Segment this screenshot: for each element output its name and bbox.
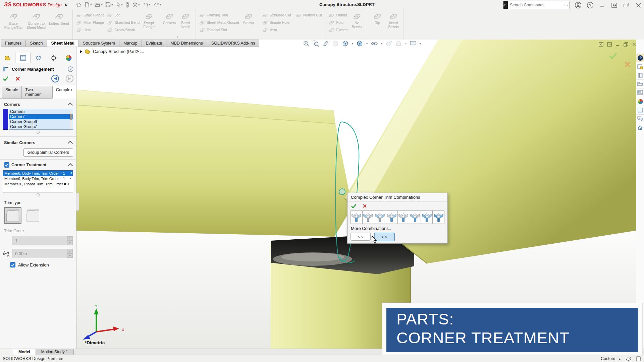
view-orientation-caret-icon[interactable]: ▾ bbox=[352, 42, 353, 45]
dialog-cancel-button[interactable] bbox=[363, 204, 367, 208]
dialog-ok-button[interactable] bbox=[351, 204, 357, 208]
feature-manager-tab[interactable] bbox=[0, 53, 15, 63]
forming-tool-button[interactable]: Forming Tool bbox=[198, 11, 240, 18]
spin-up-icon[interactable]: ▲ bbox=[67, 249, 73, 253]
dimxpert-manager-tab[interactable] bbox=[46, 53, 61, 63]
logo-flyout-arrow-icon[interactable]: ▶ bbox=[65, 3, 68, 7]
stamp-button[interactable]: Stamp bbox=[241, 10, 256, 25]
tab-sheet-metal[interactable]: Sheet Metal bbox=[47, 40, 78, 47]
panel-splitter-handle[interactable] bbox=[76, 193, 79, 211]
cross-break-button[interactable]: Cross-Break bbox=[106, 26, 141, 33]
close-button[interactable] bbox=[635, 1, 642, 9]
search-commands-box[interactable]: >_ ▾ bbox=[503, 1, 570, 9]
spin-up-icon[interactable]: ▲ bbox=[67, 236, 73, 241]
minimize-button[interactable] bbox=[598, 1, 606, 9]
display-state-label[interactable]: Custom bbox=[601, 356, 615, 361]
list-item[interactable]: Corner Group6 bbox=[9, 119, 73, 124]
corner-treatment-section-header[interactable]: Corner Treatment bbox=[0, 160, 76, 170]
member-row[interactable]: Member20, Planar Trim, Trim Order = 1 bbox=[3, 181, 73, 187]
previous-window-icon[interactable] bbox=[599, 42, 603, 47]
next-window-icon[interactable] bbox=[607, 42, 612, 47]
section-view-icon[interactable] bbox=[332, 40, 339, 47]
unfold-button[interactable]: Unfold bbox=[328, 11, 348, 18]
back-button[interactable] bbox=[51, 75, 59, 82]
tab-evaluate[interactable]: Evaluate bbox=[142, 40, 166, 47]
display-style-caret-icon[interactable]: ▾ bbox=[366, 42, 368, 45]
extruded-cut-button[interactable]: Extruded Cut bbox=[261, 11, 292, 18]
taskpane-file-explorer-icon[interactable] bbox=[636, 80, 644, 88]
taskpane-design-library-icon[interactable] bbox=[636, 71, 644, 80]
tab-mbd-dimensions[interactable]: MBD Dimensions bbox=[166, 40, 207, 47]
tab-sketch[interactable]: Sketch bbox=[25, 40, 47, 47]
body-trim-button[interactable] bbox=[4, 207, 21, 224]
display-style-icon[interactable] bbox=[356, 40, 363, 47]
corners-button[interactable]: Corners bbox=[162, 10, 177, 25]
taskpane-view-palette-icon[interactable] bbox=[636, 88, 644, 97]
spin-down-icon[interactable]: ▼ bbox=[67, 253, 73, 258]
edit-appearance-icon[interactable] bbox=[385, 40, 392, 47]
select-button[interactable]: ▾ bbox=[115, 1, 124, 8]
taskpane-appearances-icon[interactable] bbox=[636, 97, 644, 106]
help-icon[interactable]: ? bbox=[68, 66, 73, 72]
taskpane-home-icon[interactable] bbox=[636, 123, 644, 132]
configuration-manager-tab[interactable] bbox=[31, 53, 46, 63]
convert-to-sheet-metal-button[interactable]: Convert to Sheet Metal bbox=[25, 10, 47, 29]
user-account-button[interactable] bbox=[574, 1, 582, 9]
taskpane-custom-properties-icon[interactable] bbox=[636, 106, 644, 115]
insert-bends-button[interactable]: Insert Bends bbox=[386, 10, 401, 29]
model-tab[interactable]: Model bbox=[13, 349, 36, 355]
trim-combination-option[interactable] bbox=[433, 211, 444, 224]
tab-and-slot-button[interactable]: Tab and Slot bbox=[198, 26, 240, 33]
ok-button[interactable] bbox=[3, 76, 9, 81]
view-settings-caret-icon[interactable]: ▾ bbox=[420, 42, 421, 45]
gap-distance-stepper[interactable]: 0.00in ▲▼ bbox=[12, 249, 73, 258]
zoom-area-icon[interactable] bbox=[313, 40, 319, 47]
forward-button[interactable] bbox=[66, 75, 73, 82]
lofted-bend-button[interactable]: Lofted-Bend bbox=[48, 10, 70, 25]
rip-button[interactable]: Rip bbox=[370, 10, 385, 25]
restore-viewport-icon[interactable] bbox=[624, 42, 628, 47]
edge-flange-button[interactable]: Edge Flange bbox=[75, 11, 105, 18]
list-item[interactable]: Corner5 bbox=[9, 109, 73, 114]
tag-icon[interactable] bbox=[626, 356, 631, 361]
taskpane-3dexperience-icon[interactable] bbox=[636, 54, 644, 62]
trim-order-stepper[interactable]: 1 ▲▼ bbox=[12, 236, 73, 245]
span-displays-button[interactable] bbox=[610, 1, 618, 9]
apply-scene-icon[interactable] bbox=[395, 40, 402, 47]
breadcrumb[interactable]: Canopy Structure (Part2<... bbox=[79, 49, 144, 54]
list-item-selected[interactable]: Corner7 bbox=[9, 114, 73, 119]
similar-corners-section-header[interactable]: Similar Corners bbox=[0, 137, 76, 147]
base-flange-button[interactable]: Base Flange/Tab bbox=[2, 10, 24, 29]
open-document-button[interactable]: ▾ bbox=[94, 2, 103, 8]
options-gear-button[interactable]: ▾ bbox=[131, 1, 141, 8]
sheet-metal-gusset-button[interactable]: Sheet Metal Gusset bbox=[198, 19, 240, 26]
jog-button[interactable]: Jog bbox=[106, 11, 141, 18]
hide-show-icon[interactable] bbox=[371, 40, 378, 47]
close-viewport-icon[interactable] bbox=[632, 42, 636, 47]
list-resize-handle[interactable] bbox=[37, 131, 40, 134]
tab-solidworks-addins[interactable]: SOLIDWORKS Add-Ins bbox=[207, 40, 260, 47]
taskpane-resources-icon[interactable] bbox=[636, 62, 644, 71]
swept-flange-button[interactable]: Swept Flange bbox=[141, 10, 157, 29]
search-input[interactable] bbox=[508, 3, 564, 7]
display-state-caret-icon[interactable]: ▲ bbox=[619, 358, 621, 360]
property-manager-tab[interactable] bbox=[15, 53, 31, 63]
group-similar-corners-button[interactable]: Group Similar Corners bbox=[23, 148, 73, 157]
corner-treatment-checkbox[interactable] bbox=[4, 162, 9, 168]
collapse-treatment-icon[interactable] bbox=[68, 163, 73, 168]
previous-combinations-button[interactable]: < < bbox=[351, 233, 371, 241]
taskpane-comments-icon[interactable] bbox=[636, 115, 644, 123]
sketched-bend-button[interactable]: Sketched Bend bbox=[106, 19, 141, 26]
member-list-resize-handle[interactable] bbox=[37, 193, 40, 196]
cancel-button[interactable] bbox=[15, 76, 20, 81]
complex-corner-trim-dialog[interactable]: Complex Corner Trim Combinations More Co… bbox=[347, 193, 448, 244]
miter-flange-button[interactable]: Miter Flange bbox=[75, 19, 105, 26]
display-manager-tab[interactable] bbox=[61, 53, 76, 63]
list-item[interactable]: Corner Group7 bbox=[9, 124, 73, 129]
zoom-fit-icon[interactable] bbox=[303, 40, 310, 47]
no-bends-button[interactable]: No Bends bbox=[349, 10, 365, 29]
hem-button[interactable]: Hem bbox=[75, 26, 105, 33]
tab-two-member[interactable]: Two member bbox=[21, 86, 52, 99]
normal-cut-button[interactable]: Normal Cut bbox=[295, 11, 323, 18]
member-row-selected[interactable]: Member8, Body Trim, Trim Order = 1< bbox=[3, 171, 73, 176]
